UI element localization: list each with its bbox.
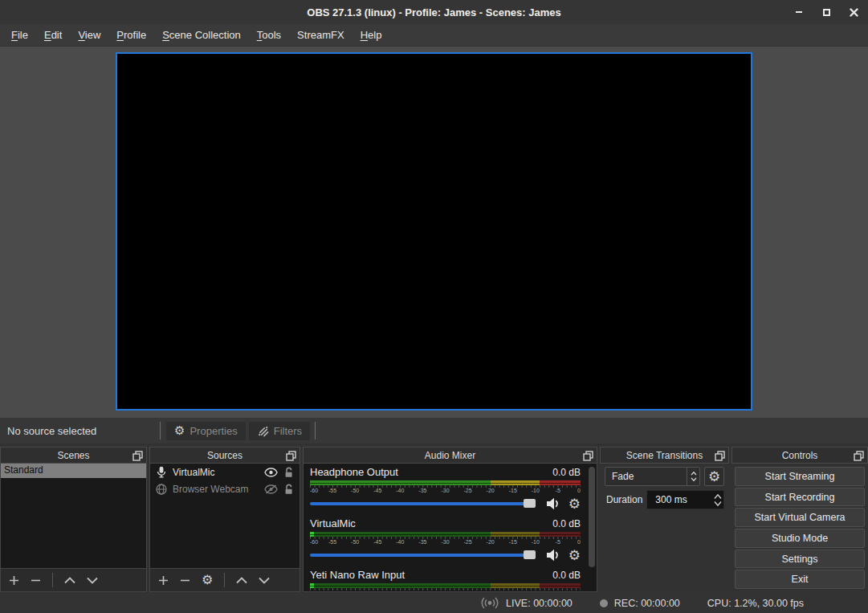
studio-mode-button[interactable]: Studio Mode bbox=[735, 529, 865, 548]
scene-list-item[interactable]: Standard bbox=[1, 464, 146, 478]
start-virtual-camera-button[interactable]: Start Virtual Camera bbox=[735, 508, 865, 527]
meter-tick-label: -15 bbox=[509, 539, 517, 545]
menu-file[interactable]: File bbox=[3, 26, 36, 44]
transition-properties-button[interactable]: ⚙ bbox=[704, 467, 724, 486]
move-down-icon[interactable] bbox=[87, 577, 98, 584]
scene-transitions-title: Scene Transitions bbox=[626, 450, 703, 461]
exit-button[interactable]: Exit bbox=[735, 570, 865, 589]
move-up-icon[interactable] bbox=[64, 577, 75, 584]
scene-transitions-panel: Scene Transitions Fade ⚙ Duration bbox=[600, 447, 729, 592]
globe-icon bbox=[156, 484, 167, 495]
visibility-icon[interactable] bbox=[264, 468, 278, 477]
window-title: OBS 27.1.3 (linux) - Profile: James - Sc… bbox=[307, 6, 560, 18]
menu-view[interactable]: View bbox=[70, 26, 108, 44]
scenes-header[interactable]: Scenes bbox=[0, 447, 147, 464]
controls-title: Controls bbox=[782, 450, 818, 461]
meter-tick-label: -25 bbox=[464, 488, 472, 493]
channel-settings-icon[interactable]: ⚙ bbox=[568, 549, 581, 562]
popout-icon[interactable] bbox=[583, 451, 593, 461]
globe-icon-wrap bbox=[156, 484, 167, 495]
window-controls bbox=[793, 0, 860, 24]
filters-button[interactable]: Filters bbox=[249, 422, 310, 440]
mute-button[interactable] bbox=[546, 497, 561, 510]
volume-slider-handle[interactable] bbox=[524, 499, 536, 508]
menu-streamfx[interactable]: StreamFX bbox=[289, 26, 352, 44]
mixer-channel-level: 0.0 dB bbox=[552, 518, 581, 529]
volume-slider-handle[interactable] bbox=[524, 550, 536, 559]
audio-mixer-panel: Audio Mixer Headphone Output0.0 dB-60-55… bbox=[303, 447, 597, 592]
close-glyph bbox=[850, 8, 858, 17]
lock-icon[interactable] bbox=[283, 484, 294, 495]
sources-header[interactable]: Sources bbox=[149, 447, 300, 464]
mute-button[interactable] bbox=[546, 549, 561, 562]
controls-button-list: Start StreamingStart RecordingStart Virt… bbox=[731, 464, 868, 592]
source-toolbar: No source selected ⚙ Properties Filters bbox=[0, 418, 868, 443]
menu-profile[interactable]: Profile bbox=[108, 26, 154, 44]
move-up-icon[interactable] bbox=[236, 577, 247, 584]
preview-canvas[interactable] bbox=[116, 52, 752, 411]
close-icon[interactable] bbox=[847, 6, 860, 18]
meter-tick-label: -20 bbox=[487, 488, 495, 493]
source-list-item[interactable]: Browser Webcam bbox=[150, 480, 300, 497]
filters-icon bbox=[257, 425, 269, 437]
visibility-off-icon[interactable] bbox=[264, 484, 278, 494]
audio-mixer-header[interactable]: Audio Mixer bbox=[303, 447, 597, 464]
volume-slider[interactable] bbox=[310, 554, 534, 557]
transition-select[interactable]: Fade bbox=[605, 467, 700, 486]
unlock-icon bbox=[283, 484, 294, 495]
sources-list: VirtualMicBrowser Webcam bbox=[150, 464, 300, 568]
remove-source-icon[interactable] bbox=[180, 575, 190, 586]
meter-tick-label: -10 bbox=[532, 488, 540, 493]
popout-icon[interactable] bbox=[715, 451, 725, 461]
meter-tick-label: -55 bbox=[328, 539, 336, 545]
meter-tick-label: -50 bbox=[351, 488, 359, 493]
popout-icon[interactable] bbox=[286, 451, 296, 461]
maximize-icon[interactable] bbox=[820, 6, 833, 18]
duration-spinner-icons[interactable] bbox=[711, 491, 723, 509]
status-bar: LIVE: 00:00:00 REC: 00:00:00 CPU: 1.2%, … bbox=[0, 593, 868, 613]
add-source-icon[interactable] bbox=[158, 575, 169, 586]
menu-bar: FileEditViewProfileScene CollectionTools… bbox=[0, 24, 868, 47]
no-source-status: No source selected bbox=[0, 425, 157, 437]
meter-tick-label: -5 bbox=[556, 591, 560, 592]
source-properties-icon[interactable]: ⚙ bbox=[202, 574, 213, 586]
duration-spinbox[interactable]: 300 ms bbox=[646, 490, 724, 509]
remove-scene-icon[interactable] bbox=[31, 575, 41, 586]
mixer-channel-name: Yeti Nano Raw Input bbox=[310, 569, 405, 581]
channel-settings-icon[interactable]: ⚙ bbox=[568, 497, 581, 511]
popout-icon[interactable] bbox=[854, 451, 864, 461]
volume-slider-row: ⚙ bbox=[310, 548, 581, 562]
menu-help[interactable]: Help bbox=[352, 26, 390, 44]
gear-icon: ⚙ bbox=[708, 470, 720, 484]
menu-edit[interactable]: Edit bbox=[36, 26, 70, 44]
toolbar-separator bbox=[315, 422, 316, 439]
start-recording-button[interactable]: Start Recording bbox=[735, 488, 865, 507]
properties-button[interactable]: ⚙ Properties bbox=[166, 422, 246, 440]
toolbar-separator bbox=[160, 422, 161, 439]
gear-icon: ⚙ bbox=[174, 425, 185, 437]
add-scene-icon[interactable] bbox=[9, 575, 19, 586]
scene-transitions-header[interactable]: Scene Transitions bbox=[600, 447, 729, 464]
move-down-icon[interactable] bbox=[259, 577, 270, 584]
rec-dot-icon bbox=[600, 599, 608, 607]
menu-tools[interactable]: Tools bbox=[249, 26, 289, 44]
mixer-channel-name: Headphone Output bbox=[310, 466, 398, 478]
start-streaming-button[interactable]: Start Streaming bbox=[735, 467, 865, 486]
volume-slider[interactable] bbox=[310, 502, 534, 505]
live-status: LIVE: 00:00:00 bbox=[480, 597, 573, 609]
settings-button[interactable]: Settings bbox=[735, 550, 865, 569]
controls-header[interactable]: Controls bbox=[731, 447, 868, 464]
mixer-scrollbar[interactable] bbox=[589, 467, 595, 567]
scenes-title: Scenes bbox=[57, 450, 89, 461]
menu-scene-collection[interactable]: Scene Collection bbox=[154, 26, 249, 44]
minimize-glyph bbox=[796, 11, 802, 13]
scenes-toolbar bbox=[1, 568, 146, 591]
mixer-channel: VirtualMic0.0 dB-60-55-50-45-40-35-30-25… bbox=[310, 517, 581, 562]
duration-label: Duration bbox=[605, 494, 642, 505]
source-list-item[interactable]: VirtualMic bbox=[150, 464, 300, 480]
minimize-icon[interactable] bbox=[793, 6, 805, 18]
popout-icon[interactable] bbox=[132, 451, 143, 461]
volume-slider-row: ⚙ bbox=[310, 497, 581, 511]
combo-spinner-icon[interactable] bbox=[687, 468, 699, 485]
lock-icon[interactable] bbox=[283, 467, 294, 478]
